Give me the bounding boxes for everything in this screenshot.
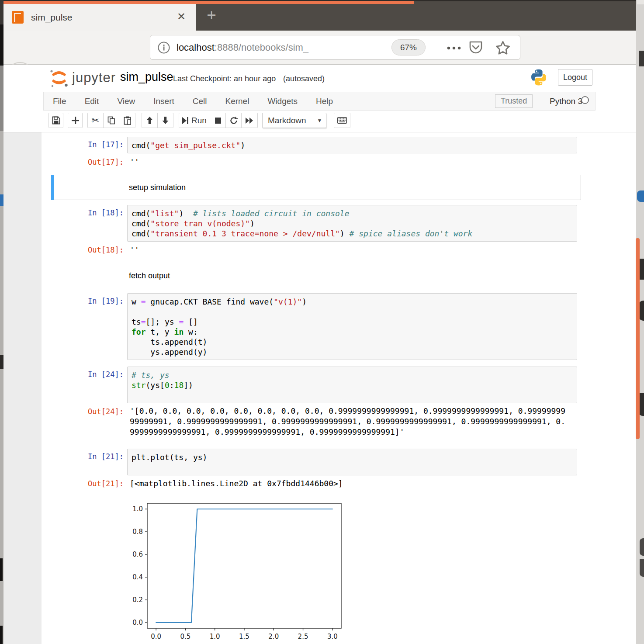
- jupyter-logo-text: jupyter: [72, 70, 116, 86]
- svg-text:0.4: 0.4: [132, 573, 143, 581]
- save-button[interactable]: [48, 113, 63, 128]
- kernel-name: Python 3: [550, 97, 582, 106]
- zoom-level-indicator[interactable]: 67%: [391, 39, 426, 55]
- run-label: Run: [191, 116, 207, 125]
- background-fragment: [0, 626, 3, 644]
- markdown-cell[interactable]: fetch output: [129, 271, 170, 280]
- dropdown-caret-icon: ▼: [313, 113, 326, 128]
- browser-tab-sim-pulse[interactable]: sim_pulse ✕: [3, 4, 196, 31]
- menu-kernel[interactable]: Kernel: [216, 97, 258, 106]
- scrollbar-thumb[interactable]: [636, 238, 640, 439]
- pocket-icon[interactable]: [468, 40, 483, 56]
- arrow-down-icon: [162, 117, 169, 124]
- input-prompt: In [19]:: [51, 297, 124, 305]
- trusted-badge: Trusted: [495, 94, 533, 108]
- code-cell-input[interactable]: cmd("list") # lists loaded circuit in co…: [127, 205, 577, 242]
- bookmark-star-icon[interactable]: [495, 40, 511, 56]
- restart-run-all-button[interactable]: [241, 113, 258, 128]
- screen: sim_pulse ✕ + localhost:8888/notebooks/s…: [0, 0, 644, 644]
- cell-type-dropdown[interactable]: Markdown ▼: [262, 113, 326, 128]
- menu-cell[interactable]: Cell: [184, 97, 216, 106]
- code-cell-input[interactable]: # ts, ysstr(ys[0:18]): [127, 367, 577, 403]
- stop-icon: [215, 118, 221, 124]
- site-info-icon[interactable]: [157, 41, 170, 54]
- svg-text:0.8: 0.8: [132, 528, 143, 536]
- menu-edit[interactable]: Edit: [76, 97, 108, 106]
- menu-help[interactable]: Help: [307, 97, 342, 106]
- page-actions-icon[interactable]: [447, 45, 461, 51]
- command-palette-button[interactable]: [334, 113, 350, 128]
- tab-title: sim_pulse: [31, 12, 73, 23]
- background-fragment: [0, 355, 3, 369]
- svg-text:1.5: 1.5: [239, 633, 249, 641]
- cell-output: '': [130, 245, 139, 255]
- new-tab-button[interactable]: +: [202, 7, 221, 24]
- svg-text:1.0: 1.0: [132, 505, 143, 513]
- toolbar-separator: [608, 37, 608, 58]
- menu-file[interactable]: File: [44, 97, 76, 106]
- background-fragment: [0, 66, 3, 131]
- python-kernel-logo-icon: [530, 68, 548, 87]
- output-prompt: Out[24]:: [51, 407, 124, 416]
- keyboard-icon: [337, 117, 347, 124]
- plus-icon: [72, 117, 79, 124]
- restart-kernel-button[interactable]: [225, 113, 242, 128]
- run-group: Run: [179, 113, 258, 128]
- urlbar-separator: [438, 38, 438, 57]
- background-fragment: [0, 24, 3, 66]
- svg-text:0.0: 0.0: [132, 619, 143, 627]
- move-cell-group: [142, 113, 173, 128]
- url-text: localhost:8888/notebooks/sim_: [177, 42, 308, 53]
- logout-button[interactable]: Logout: [558, 69, 592, 86]
- paste-button[interactable]: [119, 113, 135, 128]
- paste-icon: [124, 116, 131, 125]
- active-tab-accent: [3, 1, 414, 4]
- menu-insert[interactable]: Insert: [144, 97, 184, 106]
- notebook-toolbar: ✂ Run: [3, 111, 636, 132]
- code-cell-input[interactable]: plt.plot(ts, ys): [127, 449, 577, 475]
- svg-text:2.0: 2.0: [268, 633, 279, 641]
- tab-close-icon[interactable]: ✕: [175, 10, 188, 23]
- notebook-title[interactable]: sim_pulse: [120, 70, 173, 84]
- output-prompt: Out[18]:: [51, 246, 124, 254]
- output-prompt: Out[21]:: [51, 479, 124, 488]
- input-prompt: In [17]:: [51, 140, 124, 149]
- input-prompt: In [24]:: [51, 370, 124, 379]
- fast-forward-icon: [246, 118, 253, 124]
- move-cell-up-button[interactable]: [142, 113, 158, 128]
- move-cell-down-button[interactable]: [157, 113, 173, 128]
- code-cell-input[interactable]: cmd("get sim_pulse.ckt"): [127, 137, 577, 153]
- copy-button[interactable]: [103, 113, 119, 128]
- cell-output: '': [130, 157, 139, 167]
- copy-icon: [107, 116, 115, 125]
- svg-text:2.5: 2.5: [298, 633, 308, 641]
- toolbar-divider: [3, 132, 636, 132]
- cell-output: [<matplotlib.lines.Line2D at 0x7fbdd1446…: [130, 478, 343, 489]
- interrupt-kernel-button[interactable]: [210, 113, 226, 128]
- svg-text:1.0: 1.0: [210, 633, 220, 641]
- background-fragment: [0, 0, 3, 24]
- line-chart: 0.00.51.01.52.02.53.00.00.20.40.60.81.0: [127, 498, 347, 644]
- restart-icon: [230, 117, 238, 125]
- url-path: :8888/notebooks/sim_: [215, 42, 308, 53]
- menu-widgets[interactable]: Widgets: [258, 97, 307, 106]
- markdown-text: setup simulation: [129, 183, 186, 192]
- menu-view[interactable]: View: [108, 97, 144, 106]
- code-cell-input[interactable]: w = gnucap.CKT_BASE_find_wave("v(1)") ts…: [127, 293, 577, 360]
- insert-cell-button[interactable]: [68, 113, 83, 128]
- browser-toolbar: localhost:8888/notebooks/sim_ 67%: [3, 31, 636, 65]
- jupyter-logo[interactable]: jupyter: [49, 68, 116, 88]
- kernel-idle-indicator-icon: [581, 96, 589, 104]
- url-bar[interactable]: localhost:8888/notebooks/sim_ 67%: [150, 35, 520, 60]
- background-fragment: [639, 51, 644, 66]
- arrow-up-icon: [146, 117, 153, 124]
- notebook-left-gutter: [3, 132, 42, 644]
- background-fragment: [640, 538, 644, 556]
- run-button[interactable]: Run: [179, 113, 210, 128]
- svg-text:0.6: 0.6: [132, 551, 143, 558]
- svg-text:0.5: 0.5: [180, 633, 191, 641]
- autosave-status: (autosaved): [283, 74, 325, 83]
- run-icon: [182, 117, 188, 124]
- cut-button[interactable]: ✂: [87, 113, 104, 128]
- kernel-separator: [545, 93, 545, 108]
